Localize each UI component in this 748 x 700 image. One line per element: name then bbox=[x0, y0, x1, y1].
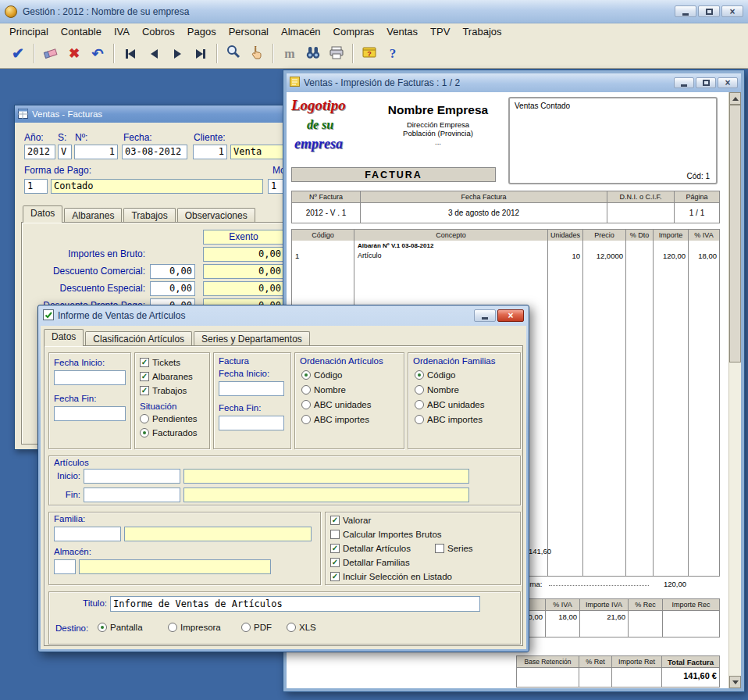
radio-oa-nombre[interactable]: Nombre bbox=[301, 385, 346, 395]
tab-clasificacion-articulos[interactable]: Clasificación Artículos bbox=[85, 331, 192, 346]
almacen-codigo-field[interactable] bbox=[54, 559, 76, 574]
radio-destino-pdf[interactable]: PDF bbox=[241, 623, 272, 632]
informe-minimize-button[interactable] bbox=[474, 309, 496, 322]
radio-of-abc-unidades[interactable]: ABC unidades bbox=[415, 400, 485, 409]
find-button[interactable] bbox=[301, 43, 325, 65]
radio-destino-pantalla[interactable]: Pantalla bbox=[98, 623, 143, 632]
menu-cobros[interactable]: Cobros bbox=[136, 24, 181, 39]
serie-field[interactable]: V bbox=[58, 145, 72, 159]
numero-field[interactable]: 1 bbox=[74, 145, 118, 159]
checkbox-tickets[interactable]: ✓Tickets bbox=[140, 358, 180, 367]
factura-fecha-inicio-field[interactable] bbox=[219, 381, 284, 396]
vertical-scrollbar[interactable] bbox=[728, 92, 741, 688]
fecha-inicio-field[interactable] bbox=[54, 370, 126, 385]
articulos-inicio-nombre-field[interactable] bbox=[183, 469, 469, 484]
impresion-close-button[interactable]: × bbox=[718, 77, 738, 88]
scroll-up-button[interactable] bbox=[729, 92, 741, 105]
menu-iva[interactable]: IVA bbox=[108, 24, 136, 39]
menu-pagos[interactable]: Pagos bbox=[181, 24, 223, 39]
checkbox-detallar-articulos[interactable]: ✓Detallar Artículos bbox=[330, 544, 411, 553]
menu-contable[interactable]: Contable bbox=[55, 24, 108, 39]
checkbox-calcular-importes-brutos[interactable]: ✓Calcular Importes Brutos bbox=[330, 530, 442, 539]
tab-datos[interactable]: Datos bbox=[23, 205, 62, 223]
menu-almacen[interactable]: Almacén bbox=[275, 24, 327, 39]
radio-facturados[interactable]: Facturados bbox=[140, 428, 198, 438]
menu-tpv[interactable]: TPV bbox=[424, 24, 456, 39]
nav-next-button[interactable] bbox=[166, 43, 189, 65]
titulo-label: Titulo: bbox=[73, 598, 107, 608]
checkbox-series[interactable]: ✓Series bbox=[435, 544, 473, 553]
help-book-button[interactable]: ? bbox=[358, 43, 381, 65]
factura-fecha-fin-field[interactable] bbox=[219, 416, 284, 430]
fecha-field[interactable]: 03-08-2012 bbox=[122, 145, 187, 159]
tab-series-departamentos[interactable]: Series y Departamentos bbox=[194, 331, 310, 346]
confirm-button[interactable]: ✔ bbox=[6, 43, 30, 65]
zoom-button[interactable] bbox=[222, 43, 245, 65]
nav-first-button[interactable] bbox=[119, 43, 142, 65]
descuento-comercial-field[interactable]: 0,00 bbox=[150, 264, 195, 279]
descuento-comercial-exento-field[interactable]: 0,00 bbox=[203, 264, 284, 279]
articulos-inicio-codigo-field[interactable] bbox=[84, 469, 180, 484]
tab-albaranes[interactable]: Albaranes bbox=[64, 208, 122, 223]
undo-button[interactable]: ↶ bbox=[86, 43, 109, 65]
familia-nombre-field[interactable] bbox=[124, 527, 312, 541]
menu-compras[interactable]: Compras bbox=[327, 24, 381, 39]
print-button[interactable] bbox=[325, 43, 348, 65]
modify-button[interactable]: m bbox=[278, 43, 301, 65]
radio-pendientes[interactable]: Pendientes bbox=[140, 414, 198, 423]
maximize-button[interactable] bbox=[698, 5, 720, 17]
forma-pago-field[interactable]: Contado bbox=[51, 179, 263, 194]
menu-ventas[interactable]: Ventas bbox=[380, 24, 424, 39]
checkbox-detallar-familias[interactable]: ✓Detallar Familias bbox=[330, 558, 410, 567]
radio-oa-codigo[interactable]: Código bbox=[301, 370, 342, 380]
radio-destino-xls[interactable]: XLS bbox=[287, 623, 316, 632]
minimize-button[interactable] bbox=[675, 5, 696, 17]
descuento-especial-exento-field[interactable]: 0,00 bbox=[203, 281, 284, 296]
help-book-icon: ? bbox=[361, 44, 378, 64]
radio-of-nombre[interactable]: Nombre bbox=[415, 385, 459, 395]
checkbox-valorar[interactable]: ✓Valorar bbox=[330, 516, 371, 525]
titulo-field[interactable]: Informe de Ventas de Artículos bbox=[110, 596, 480, 612]
articulos-fin-nombre-field[interactable] bbox=[183, 488, 469, 502]
help-icon: ? bbox=[390, 46, 397, 62]
impresion-maximize-button[interactable] bbox=[696, 77, 716, 88]
help-button[interactable]: ? bbox=[381, 43, 404, 65]
ano-field[interactable]: 2012 bbox=[24, 145, 55, 159]
checkbox-albaranes[interactable]: ✓Albaranes bbox=[140, 372, 193, 381]
nav-last-button[interactable] bbox=[189, 43, 212, 65]
radio-oa-abc-importes[interactable]: ABC importes bbox=[301, 415, 369, 424]
menu-personal[interactable]: Personal bbox=[223, 24, 275, 39]
magnifier-icon bbox=[225, 44, 242, 64]
close-button[interactable]: × bbox=[721, 5, 743, 17]
almacen-nombre-field[interactable] bbox=[79, 559, 271, 574]
nav-prev-button[interactable] bbox=[142, 43, 166, 65]
radio-of-codigo[interactable]: Código bbox=[415, 370, 455, 380]
menu-principal[interactable]: Principal bbox=[3, 24, 55, 39]
impresion-titlebar[interactable]: Ventas - Impresión de Facturas : 1 / 2 × bbox=[287, 73, 741, 92]
menu-trabajos[interactable]: Trabajos bbox=[456, 24, 508, 39]
informe-titlebar[interactable]: Informe de Ventas de Artículos × bbox=[41, 305, 526, 326]
cliente-num-field[interactable]: 1 bbox=[193, 145, 227, 159]
checkbox-trabajos[interactable]: ✓Trabajos bbox=[140, 386, 187, 395]
main-titlebar[interactable]: Gestión : 2012 : Nombre de su empresa × bbox=[0, 0, 748, 23]
articulos-fin-codigo-field[interactable] bbox=[84, 488, 180, 502]
tab-datos[interactable]: Datos bbox=[44, 329, 84, 346]
familia-codigo-field[interactable] bbox=[54, 527, 121, 541]
scroll-down-button[interactable] bbox=[729, 676, 741, 688]
tab-trabajos[interactable]: Trabajos bbox=[123, 208, 175, 223]
descuento-especial-field[interactable]: 0,00 bbox=[150, 281, 195, 296]
scrollbar-thumb[interactable] bbox=[729, 105, 741, 362]
impresion-minimize-button[interactable] bbox=[674, 77, 694, 88]
checkbox-incluir-seleccion[interactable]: ✓Incluir Selección en Listado bbox=[330, 572, 452, 581]
fecha-fin-field[interactable] bbox=[54, 406, 126, 421]
tab-observaciones[interactable]: Observaciones bbox=[177, 208, 255, 223]
delete-button[interactable]: ✖ bbox=[62, 43, 86, 65]
importes-bruto-exento-field[interactable]: 0,00 bbox=[203, 247, 284, 262]
radio-destino-impresora[interactable]: Impresora bbox=[168, 623, 221, 632]
radio-of-abc-importes[interactable]: ABC importes bbox=[415, 415, 483, 424]
informe-close-button[interactable]: × bbox=[497, 309, 524, 322]
forma-pago-num-field[interactable]: 1 bbox=[24, 179, 48, 194]
radio-oa-abc-unidades[interactable]: ABC unidades bbox=[301, 400, 372, 409]
select-button[interactable] bbox=[245, 43, 269, 65]
erase-button[interactable] bbox=[39, 43, 62, 65]
